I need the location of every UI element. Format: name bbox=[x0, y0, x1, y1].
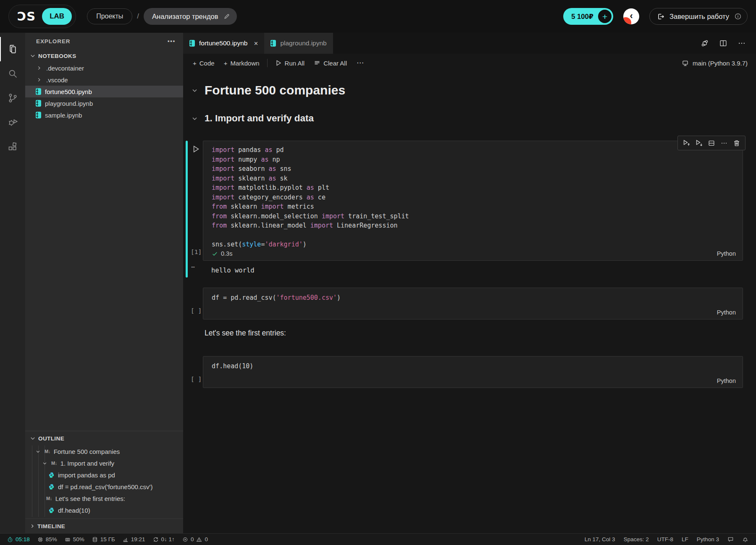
split-editor-icon[interactable] bbox=[719, 39, 727, 47]
tree-item-label: sample.ipynb bbox=[45, 112, 82, 119]
activity-source-control[interactable] bbox=[0, 86, 25, 110]
storage[interactable]: 15 ГБ bbox=[88, 536, 119, 542]
outline-item-fortune500[interactable]: M↓ Fortune 500 companies bbox=[25, 445, 183, 457]
collapse-chevron-icon[interactable] bbox=[191, 87, 198, 94]
run-below-icon[interactable] bbox=[693, 137, 705, 149]
more-actions-icon[interactable] bbox=[738, 39, 746, 47]
outline-item-df-head[interactable]: df.head(10) bbox=[25, 504, 183, 516]
cpu-usage-value: 85% bbox=[46, 536, 57, 542]
run-all-button[interactable]: Run All bbox=[270, 57, 310, 69]
encoding[interactable]: UTF-8 bbox=[653, 536, 677, 542]
problems[interactable]: 0 0 bbox=[178, 536, 212, 542]
notebook-file-icon bbox=[36, 88, 41, 95]
language-mode[interactable]: Python 3 bbox=[693, 536, 723, 542]
explorer-more-actions[interactable]: ⋯ bbox=[167, 37, 176, 45]
outline-item-label: df = pd.read_csv('fortune500.csv') bbox=[58, 483, 152, 490]
cell-language[interactable]: Python bbox=[717, 308, 736, 317]
status-bar: 05:18 85% 50% 15 ГБ 19:21 0↓ 1↑ 0 0 Ln 1… bbox=[0, 533, 756, 545]
cell-group-3: df.head(10) [ ] Python bbox=[203, 356, 743, 388]
section-notebooks[interactable]: NOTEBOOKS bbox=[25, 50, 183, 62]
activity-run-debug[interactable] bbox=[0, 110, 25, 134]
add-markdown-button[interactable]: + Markdown bbox=[219, 57, 264, 69]
feedback-icon[interactable] bbox=[723, 536, 738, 542]
more-actions-icon[interactable] bbox=[718, 137, 730, 149]
code-editor[interactable]: df = pd.read_csv('fortune500.csv') bbox=[212, 293, 743, 303]
usage-chart[interactable]: 19:21 bbox=[119, 536, 149, 542]
kernel-picker[interactable]: main (Python 3.9.7) bbox=[682, 60, 756, 67]
code-cell-3[interactable]: df.head(10) [ ] Python bbox=[203, 356, 743, 388]
outline-item-read-csv[interactable]: df = pd.read_csv('fortune500.csv') bbox=[25, 481, 183, 493]
notebook-file-icon bbox=[270, 40, 276, 47]
tab-label: plaground.ipynb bbox=[280, 39, 326, 47]
activity-bar bbox=[0, 33, 25, 533]
notifications-bell-icon[interactable] bbox=[738, 536, 753, 542]
tab-bar: fortune500.ipynb × plaground.ipynb bbox=[183, 33, 756, 54]
tree-item-playground[interactable]: playground.ipynb bbox=[25, 97, 183, 109]
cell-duration: 0.3s bbox=[221, 249, 232, 259]
outline-item-label: import pandas as pd bbox=[58, 472, 115, 479]
projects-button[interactable]: Проекты bbox=[87, 8, 132, 24]
run-above-icon[interactable] bbox=[680, 137, 693, 149]
cursor-position[interactable]: Ln 17, Col 3 bbox=[580, 536, 620, 542]
code-editor[interactable]: import pandas as pdimport numpy as npimp… bbox=[212, 145, 743, 249]
sync-status[interactable]: 0↓ 1↑ bbox=[149, 536, 178, 542]
info-icon[interactable] bbox=[734, 13, 742, 20]
balance-pill[interactable]: 5 100₽ + bbox=[563, 8, 613, 25]
code-editor[interactable]: df.head(10) bbox=[212, 362, 743, 371]
tree-item-sample[interactable]: sample.ipynb bbox=[25, 109, 183, 121]
outline-item-import-verify[interactable]: M↓ 1. Import and verify bbox=[25, 457, 183, 469]
tree-item-label: fortune500.ipynb bbox=[45, 88, 92, 95]
indentation[interactable]: Spaces: 2 bbox=[620, 536, 653, 542]
editor-area: fortune500.ipynb × plaground.ipynb bbox=[183, 33, 756, 533]
tab-actions bbox=[701, 33, 756, 54]
outline-section: OUTLINE M↓ Fortune 500 companies bbox=[25, 431, 183, 519]
balance-amount: 5 100₽ bbox=[571, 13, 593, 21]
code-cell-1[interactable]: import pandas as pdimport numpy as npimp… bbox=[203, 141, 743, 261]
end-session-button[interactable]: Завершить работу bbox=[649, 8, 748, 25]
outline-item-first-entries[interactable]: M↓ Let's see the first entries: bbox=[25, 493, 183, 504]
outline-item-import-pandas[interactable]: import pandas as pd bbox=[25, 469, 183, 481]
plus-icon: + bbox=[602, 12, 607, 21]
project-name-pill[interactable]: Анализатор трендов bbox=[144, 8, 237, 25]
activity-explorer[interactable] bbox=[0, 37, 25, 61]
collapse-chevron-icon[interactable] bbox=[191, 115, 198, 122]
cpu-usage[interactable]: 85% bbox=[34, 536, 61, 542]
edit-pencil-icon[interactable] bbox=[223, 13, 230, 20]
open-changes-icon[interactable] bbox=[701, 39, 709, 47]
run-cell-icon[interactable] bbox=[192, 145, 200, 153]
output-gutter-dots[interactable]: ⋯ bbox=[191, 263, 195, 271]
tab-plaground[interactable]: plaground.ipynb bbox=[264, 33, 333, 54]
datasphere-logo[interactable]: ƆS LAB bbox=[8, 5, 76, 28]
memory-usage[interactable]: 50% bbox=[61, 536, 88, 542]
eol-sequence[interactable]: LF bbox=[677, 536, 693, 542]
add-funds-button[interactable]: + bbox=[598, 10, 612, 23]
avatar[interactable]: ‹ bbox=[623, 8, 639, 24]
split-cell-icon[interactable] bbox=[705, 137, 718, 149]
add-markdown-label: Markdown bbox=[230, 60, 259, 67]
timeline-header[interactable]: TIMELINE bbox=[25, 519, 183, 533]
cell-language[interactable]: Python bbox=[717, 376, 736, 386]
outline-item-label: Let's see the first entries: bbox=[55, 495, 125, 502]
close-icon[interactable]: × bbox=[254, 40, 258, 47]
activity-extensions[interactable] bbox=[0, 134, 25, 159]
end-session-label: Завершить работу bbox=[669, 13, 729, 21]
tree-item-devcontainer[interactable]: .devcontainer bbox=[25, 62, 183, 74]
session-time[interactable]: 05:18 bbox=[3, 536, 34, 542]
heading-text: Fortune 500 companies bbox=[205, 83, 345, 97]
chevron-down-icon bbox=[34, 449, 41, 454]
delete-cell-icon[interactable] bbox=[730, 137, 743, 149]
clear-all-button[interactable]: Clear All bbox=[309, 57, 352, 69]
toolbar-more-button[interactable]: ⋯ bbox=[352, 58, 369, 68]
tab-fortune500[interactable]: fortune500.ipynb × bbox=[183, 33, 264, 54]
execution-count: [1] bbox=[191, 247, 202, 257]
tree-item-fortune500[interactable]: fortune500.ipynb bbox=[25, 86, 183, 97]
add-code-button[interactable]: + Code bbox=[188, 57, 219, 69]
tree-item-vscode[interactable]: .vscode bbox=[25, 74, 183, 86]
code-cell-2[interactable]: df = pd.read_csv('fortune500.csv') [ ] P… bbox=[203, 288, 743, 320]
activity-search[interactable] bbox=[0, 61, 25, 86]
outline-header[interactable]: OUTLINE bbox=[25, 431, 183, 445]
sidebar: EXPLORER ⋯ NOTEBOOKS .devcontainer .vsco… bbox=[25, 33, 183, 533]
run-all-icon bbox=[275, 60, 282, 66]
lab-badge: LAB bbox=[42, 8, 72, 25]
cell-language[interactable]: Python bbox=[717, 249, 736, 259]
